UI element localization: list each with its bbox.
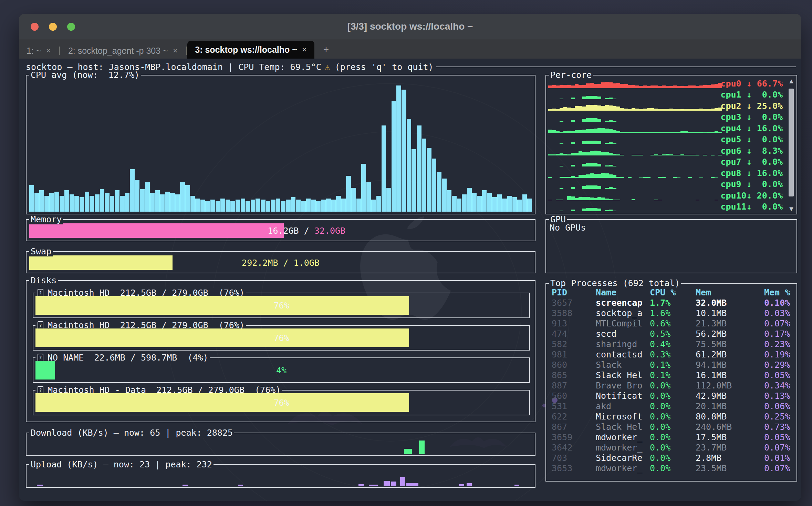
cpu-avg-bar: [392, 101, 396, 212]
scrollbar-thumb[interactable]: [789, 89, 794, 196]
process-mem: 16.1MB: [696, 370, 764, 380]
process-cpu: 0.1%: [650, 360, 696, 370]
process-mem: 80.8MB: [696, 412, 764, 422]
core-label: cpu1 ↓ 0.0%: [720, 90, 783, 100]
upload-bar: [467, 483, 472, 486]
process-cpu: 0.0%: [650, 381, 696, 391]
cpu-avg-bar: [190, 196, 195, 212]
cpu-avg-bar: [80, 197, 84, 212]
process-cpu: 0.3%: [650, 350, 696, 360]
col-cpu: CPU %: [650, 287, 696, 297]
process-cpu: 0.0%: [650, 412, 696, 422]
scroll-up-icon[interactable]: ▲: [788, 77, 795, 84]
process-pid: 582: [552, 339, 596, 349]
core-sparkline: [548, 156, 722, 166]
process-row-3588: 3588socktop_a1.6%10.1MB0.03%: [548, 308, 795, 318]
process-memp: 0.07%: [764, 318, 795, 328]
process-row-582: 582sharingd0.4%75.5MB0.23%: [548, 339, 795, 349]
process-mem: 23.7MB: [696, 443, 764, 453]
process-memp: 0.73%: [764, 422, 795, 432]
process-mem: 2.8MB: [696, 453, 764, 463]
new-tab-button[interactable]: +: [314, 44, 338, 59]
cpu-avg-bar: [230, 201, 235, 212]
close-window-button[interactable]: [31, 23, 39, 31]
cpu-avg-bar: [135, 180, 140, 212]
core-row-cpu10: cpu10↓ 20.0%: [548, 190, 783, 201]
process-mem: 94.1MB: [696, 360, 764, 370]
core-label: cpu11↓ 0.0%: [720, 202, 783, 212]
process-row-981: 981contactsd0.3%61.2MB0.19%: [548, 349, 795, 360]
tab-2-close-icon[interactable]: ×: [173, 46, 178, 55]
core-sparkline: [548, 112, 722, 122]
tab-1-close-icon[interactable]: ×: [46, 46, 51, 55]
cpu-avg-bar: [74, 196, 79, 212]
cpu-avg-bar: [286, 200, 291, 212]
cpu-avg-bar: [452, 196, 457, 212]
tab-1[interactable]: 1: ~×: [19, 43, 58, 59]
cpu-avg-bar: [140, 189, 145, 212]
process-cpu: 0.0%: [650, 391, 696, 401]
tab-3-close-icon[interactable]: ×: [302, 45, 307, 54]
zoom-window-button[interactable]: [67, 23, 75, 31]
core-row-cpu3: cpu3 ↓ 0.0%: [548, 112, 783, 122]
process-cpu: 1.6%: [650, 308, 696, 318]
cpu-avg-bar: [115, 190, 119, 212]
process-rows: 3657screencap1.7%32.0MB0.10%3588socktop_…: [548, 297, 795, 473]
terminal-content: socktop — host: Jasons-MBP.localdomain |…: [19, 59, 801, 501]
memory-total-value: 32.0GB: [314, 226, 345, 236]
core-label: cpu10↓ 20.0%: [720, 191, 783, 201]
memory-panel: Memory 16.2GB / 32.0GB: [26, 219, 535, 241]
cpu-avg-bar: [220, 199, 225, 212]
cpu-avg-bar: [472, 193, 477, 212]
process-pid: 913: [552, 318, 596, 328]
upload-bar: [37, 485, 43, 486]
process-row-703: 703SidecarRe0.0%2.8MB0.01%: [548, 453, 795, 463]
cpu-avg-bar: [49, 193, 54, 212]
header-rule: [436, 67, 796, 67]
process-row-860: 860Slack0.1%94.1MB0.29%: [548, 360, 795, 370]
process-row-622: 622Microsoft0.0%80.8MB0.25%: [548, 411, 795, 422]
download-chart: [29, 435, 532, 454]
memory-gauge-label: 16.2GB / 32.0GB: [29, 216, 532, 246]
cpu-avg-bar: [60, 196, 64, 212]
cpu-avg-bar: [407, 119, 412, 212]
process-row-3657: 3657screencap1.7%32.0MB0.10%: [548, 297, 795, 308]
disk-gauge-label: 76%: [35, 333, 527, 343]
process-memp: 0.07%: [764, 463, 795, 473]
cpu-avg-bar: [527, 199, 532, 212]
tab-2[interactable]: 2: socktop_agent -p 303 ~×: [61, 43, 185, 59]
upload-bar: [238, 485, 243, 486]
tab-3-active[interactable]: 3: socktop ws://localho ~×: [187, 41, 314, 59]
scroll-down-icon[interactable]: ▼: [788, 205, 795, 212]
cpu-avg-bar: [175, 194, 180, 212]
process-pid: 3653: [552, 463, 596, 473]
process-cpu: 0.0%: [650, 463, 696, 473]
process-cpu: 0.0%: [650, 443, 696, 453]
process-name: socktop_a: [596, 308, 650, 318]
process-row-531: 531akd0.0%20.1MB0.06%: [548, 401, 795, 411]
cpu-avg-bar: [125, 193, 130, 212]
process-name: Slack Hel: [596, 370, 650, 380]
swap-panel: Swap 292.2MB / 1.0GB: [26, 251, 535, 273]
memory-used-value: 16.2GB /: [268, 226, 309, 236]
process-name: Slack Hel: [596, 422, 650, 432]
terminal-window: [3/3] socktop ws://localho ~ 1: ~× | 2: …: [19, 14, 801, 501]
minimize-window-button[interactable]: [49, 23, 57, 31]
cpu-avg-bar: [29, 185, 34, 212]
cpu-avg-bar: [462, 194, 467, 212]
window-title: [3/3] socktop ws://localho ~: [347, 21, 473, 32]
cpu-avg-bar: [296, 200, 301, 212]
cpu-avg-bar: [34, 193, 39, 212]
upload-bar: [384, 481, 390, 486]
per-core-scrollbar[interactable]: ▲ ▼: [788, 77, 795, 212]
cpu-avg-bar: [110, 196, 115, 212]
memory-gauge: 16.2GB / 32.0GB: [29, 223, 532, 238]
core-row-cpu4: cpu4 ↓ 16.0%: [548, 123, 783, 133]
process-name: Slack: [596, 360, 650, 370]
cpu-avg-bar: [457, 199, 462, 212]
process-mem: 23.5MB: [696, 463, 764, 473]
process-cpu: 0.6%: [650, 318, 696, 328]
process-row-3653: 3653mdworker_0.0%23.5MB0.07%: [548, 463, 795, 473]
window-titlebar: [3/3] socktop ws://localho ~: [19, 14, 801, 39]
app-header: socktop — host: Jasons-MBP.localdomain |…: [26, 61, 796, 73]
